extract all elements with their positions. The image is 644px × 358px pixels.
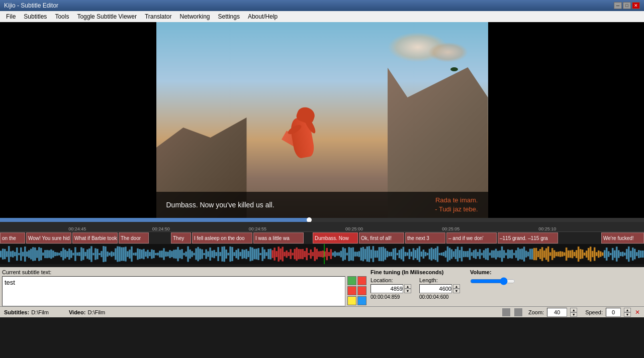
color-red-button-3[interactable] bbox=[357, 286, 366, 295]
volume-section: Volume: bbox=[470, 269, 515, 287]
volume-slider[interactable] bbox=[470, 277, 515, 285]
video-value: D:\Film bbox=[87, 309, 105, 315]
speed-up-button[interactable]: ▲ bbox=[624, 308, 631, 312]
timeline-ruler: 00:24:45 00:24:50 00:24:55 00:25:00 00:2… bbox=[0, 222, 644, 232]
ruler-mark-2: 00:24:50 bbox=[152, 226, 170, 231]
location-input-row: ▲ ▼ bbox=[371, 284, 411, 293]
video-label: Video: bbox=[69, 309, 85, 315]
speed-input[interactable] bbox=[606, 308, 621, 317]
color-row-1 bbox=[347, 276, 366, 285]
location-time: 00:00:04:859 bbox=[371, 294, 411, 300]
bottom-main-row: Current subtitle text: bbox=[0, 267, 644, 306]
dragon-character bbox=[282, 87, 322, 158]
location-down-button[interactable]: ▼ bbox=[404, 289, 411, 293]
menu-tools[interactable]: Tools bbox=[51, 12, 73, 21]
timeline-subtitle-block[interactable]: We're fucked! bbox=[601, 232, 644, 244]
timeline-subtitle-block[interactable]: on the bbox=[0, 232, 25, 244]
subtitle-text-textarea[interactable] bbox=[2, 276, 345, 306]
timeline-subtitle-block[interactable]: I was a little wa bbox=[253, 232, 304, 244]
bottom-panel-wrapper: Current subtitle text: bbox=[0, 267, 644, 317]
ruler-mark-1: 00:24:45 bbox=[68, 226, 86, 231]
close-button[interactable]: ✕ bbox=[632, 2, 640, 9]
length-input[interactable] bbox=[419, 284, 452, 293]
timeline-subtitle-block[interactable]: Dumbass. Now bbox=[313, 232, 358, 244]
right-controls: Fine tuning (In Miliseconds) Location: ▲… bbox=[371, 269, 642, 300]
fine-tuning-label: Fine tuning (In Miliseconds) bbox=[371, 269, 460, 275]
titlebar-title: Kijio - Subtitle Editor bbox=[4, 2, 58, 9]
color-row-2 bbox=[347, 286, 366, 295]
video-status: Video: D:\Film bbox=[69, 309, 105, 315]
subtitle-right-line1: Rada te imam. bbox=[435, 196, 478, 205]
length-up-button[interactable]: ▲ bbox=[453, 284, 460, 289]
speed-down-button[interactable]: ▼ bbox=[624, 312, 631, 317]
subtitle-text-right: Rada te imam. - Tudi jaz tebe. bbox=[435, 196, 478, 214]
location-spinner: ▲ ▼ bbox=[404, 284, 411, 293]
length-col: Length: ▲ ▼ 00:00:04:600 bbox=[419, 277, 460, 300]
titlebar-controls: ─ □ ✕ bbox=[614, 2, 640, 9]
zoom-input[interactable] bbox=[547, 308, 567, 317]
minimize-button[interactable]: ─ bbox=[614, 2, 622, 9]
timeline-subtitle-block[interactable]: –115 grand. –115 gra bbox=[498, 232, 558, 244]
length-input-row: ▲ ▼ bbox=[419, 284, 460, 293]
location-label: Location: bbox=[371, 277, 411, 283]
timeline-subtitle-block[interactable]: Ok, first of all! bbox=[359, 232, 404, 244]
zoom-up-button[interactable]: ▲ bbox=[570, 308, 577, 312]
ruler-mark-5: 00:25:05 bbox=[442, 226, 459, 231]
menubar: File Subtitles Tools Toggle Subtitle Vie… bbox=[0, 11, 644, 22]
progress-bar[interactable] bbox=[0, 218, 644, 222]
location-col: Location: ▲ ▼ 00:00:04:859 bbox=[371, 277, 411, 300]
subtitles-value: D:\Film bbox=[31, 309, 49, 315]
zoom-label: Zoom: bbox=[528, 309, 544, 315]
waveform bbox=[0, 244, 644, 264]
timeline-subtitle-block[interactable]: the next 3 bbox=[405, 232, 445, 244]
color-row-3 bbox=[347, 296, 366, 305]
ruler-mark-3: 00:24:55 bbox=[249, 226, 266, 231]
subtitle-text-label: Current subtitle text: bbox=[2, 269, 366, 275]
color-red-button-1[interactable] bbox=[357, 276, 366, 285]
timeline-subtitle-block[interactable]: I fell asleep on the doo bbox=[192, 232, 252, 244]
subtitles-status: Subtitles: D:\Film bbox=[4, 309, 49, 315]
timeline-subtitle-block[interactable]: What if Barbie took bbox=[72, 232, 118, 244]
waveform-canvas bbox=[0, 244, 644, 264]
timeline-subtitle-block[interactable]: – and if we don' bbox=[446, 232, 497, 244]
scene-background bbox=[156, 22, 488, 218]
length-down-button[interactable]: ▼ bbox=[453, 289, 460, 293]
progress-fill bbox=[0, 218, 309, 222]
location-input[interactable] bbox=[371, 284, 403, 293]
menu-toggle-subtitle-viewer[interactable]: Toggle Subtitle Viewer bbox=[73, 12, 141, 21]
video-container: Dumbass. Now you've killed us all. Rada … bbox=[0, 22, 644, 218]
fine-tuning-section: Fine tuning (In Miliseconds) Location: ▲… bbox=[371, 269, 460, 300]
subtitle-input-row bbox=[2, 276, 366, 306]
menu-settings[interactable]: Settings bbox=[214, 12, 244, 21]
cloud-2 bbox=[428, 42, 468, 62]
zoom-icon-large bbox=[514, 308, 522, 316]
speed-spinner: ▲ ▼ bbox=[624, 308, 631, 317]
maximize-button[interactable]: □ bbox=[623, 2, 631, 9]
color-blue-button[interactable] bbox=[357, 296, 366, 305]
timeline-subtitle-block[interactable]: Wow! You sure hid it bbox=[26, 232, 71, 244]
menu-translator[interactable]: Translator bbox=[141, 12, 176, 21]
subtitle-text-left: Dumbass. Now you've killed us all. bbox=[166, 201, 274, 209]
titlebar: Kijio - Subtitle Editor ─ □ ✕ bbox=[0, 0, 644, 11]
color-yellow-button[interactable] bbox=[347, 296, 356, 305]
speed-x-button[interactable]: ✕ bbox=[635, 309, 640, 316]
subtitle-overlay: Dumbass. Now you've killed us all. Rada … bbox=[156, 192, 488, 218]
timeline-subtitle-block[interactable]: They bbox=[171, 232, 191, 244]
timeline-subtitle-block[interactable]: The door bbox=[119, 232, 149, 244]
menu-about[interactable]: About/Help bbox=[244, 12, 282, 21]
cricket-character bbox=[450, 67, 458, 71]
ruler-mark-6: 00:25:10 bbox=[538, 226, 556, 231]
ruler-mark-4: 00:25:00 bbox=[345, 226, 363, 231]
color-green-button[interactable] bbox=[347, 276, 356, 285]
zoom-down-button[interactable]: ▼ bbox=[570, 312, 577, 317]
fine-tuning-cols: Location: ▲ ▼ 00:00:04:859 Length: bbox=[371, 277, 460, 300]
length-time: 00:00:04:600 bbox=[419, 294, 460, 300]
subtitle-right-line2: - Tudi jaz tebe. bbox=[435, 205, 478, 214]
menu-subtitles[interactable]: Subtitles bbox=[20, 12, 51, 21]
location-up-button[interactable]: ▲ bbox=[404, 284, 411, 289]
menu-networking[interactable]: Networking bbox=[176, 12, 214, 21]
zoom-spinner: ▲ ▼ bbox=[570, 308, 577, 317]
zoom-icon-small bbox=[502, 308, 510, 316]
color-red-button-2[interactable] bbox=[347, 286, 356, 295]
menu-file[interactable]: File bbox=[2, 12, 20, 21]
